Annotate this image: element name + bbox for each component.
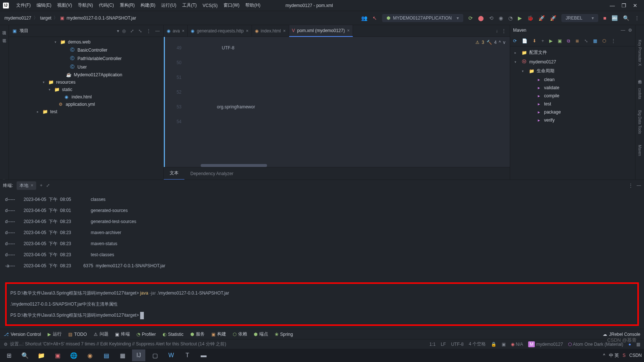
maven-skip-icon[interactable]: ≣: [575, 38, 579, 43]
search-icon[interactable]: 🔍: [623, 15, 629, 21]
maven-run-icon[interactable]: ▶: [549, 38, 553, 43]
editor-tab[interactable]: ◉generated-requests.http×: [188, 25, 252, 37]
rail-maven[interactable]: Maven: [638, 145, 642, 156]
maximize-icon[interactable]: ❐: [622, 3, 626, 8]
terminal-hide-icon[interactable]: —: [637, 183, 641, 188]
maven-execute-icon[interactable]: ▣: [558, 38, 562, 43]
translate-icon[interactable]: 🔤: [612, 15, 618, 21]
menu-build[interactable]: 构建(B): [138, 2, 158, 8]
run-config-selector[interactable]: ⬢ MYDEMO0127APPLICATION ▾: [382, 14, 463, 22]
menu-help[interactable]: 帮助(H): [242, 2, 263, 8]
breadcrumb-file[interactable]: mydemo0127-0.0.1-SNAPSHOT.jar: [66, 15, 136, 21]
close-icon[interactable]: ✕: [633, 3, 637, 8]
maven-item[interactable]: ▸compile: [510, 92, 635, 100]
editor-subtab-dependency[interactable]: Dependency Analyzer: [184, 167, 239, 180]
taskbar-app1[interactable]: ▣: [51, 349, 64, 361]
tray-icon[interactable]: ^: [603, 353, 605, 358]
tree-item[interactable]: ▾📁resources: [9, 79, 163, 86]
terminal-tab-local[interactable]: 本地×: [17, 181, 36, 190]
target-icon[interactable]: ◎: [122, 28, 126, 34]
expand-icon[interactable]: ⤢: [130, 28, 134, 34]
breadcrumb-folder[interactable]: target: [40, 15, 52, 21]
terminal-expand-icon[interactable]: ⤢: [46, 183, 50, 188]
maven-item[interactable]: ▸verify: [510, 116, 635, 124]
tool-spring[interactable]: ❀Spring: [275, 332, 293, 337]
maven-show-icon[interactable]: ▦: [593, 38, 597, 43]
taskbar-start[interactable]: ⊞: [2, 349, 15, 361]
taskbar-word[interactable]: W: [165, 349, 178, 361]
tree-item[interactable]: ▸📁test: [9, 108, 163, 115]
status-project[interactable]: M mydemo0127: [528, 342, 563, 347]
maven-add-icon[interactable]: +: [541, 38, 544, 43]
status-na[interactable]: ◉ N/A: [511, 342, 523, 347]
editor-tab[interactable]: Vpom.xml (mydemo0127)×: [289, 25, 353, 37]
taskbar-intellij[interactable]: IJ: [132, 349, 145, 361]
maven-item[interactable]: ▸📁配置文件: [510, 48, 635, 57]
git-icon[interactable]: ▣: [502, 342, 506, 347]
editor-subtab-text[interactable]: 文本: [164, 167, 184, 180]
menu-window[interactable]: 窗口(W): [221, 2, 242, 8]
sync-icon[interactable]: ⟳: [468, 15, 473, 21]
terminal-output[interactable]: d----- 2023-04-05 下午 08:05 classesd-----…: [0, 191, 644, 329]
taskbar-app3[interactable]: ▤: [100, 349, 113, 361]
lock-icon[interactable]: 🔒: [491, 342, 496, 347]
taskbar-explorer[interactable]: 📁: [35, 349, 48, 361]
rail-codota[interactable]: codota: [638, 88, 642, 99]
taskbar-app6[interactable]: T: [181, 349, 194, 361]
editor-code[interactable]: ⚠3 🔨4 ^ v UTF-8 org.springframewor: [187, 37, 510, 167]
tool-profiler[interactable]: ◔Profiler: [136, 332, 156, 337]
tree-item[interactable]: ⒸPathVariableController: [9, 54, 163, 63]
menu-view[interactable]: 视图(V): [54, 2, 75, 8]
maven-item[interactable]: ▾Ⓜmydemo0127: [510, 57, 635, 66]
menu-nav[interactable]: 导航(N): [75, 2, 96, 8]
maven-generate-icon[interactable]: 📄: [522, 38, 527, 43]
debug-icon[interactable]: 🐞: [527, 15, 533, 21]
tool-terminal[interactable]: ▣终端: [115, 331, 130, 337]
jrebel-run-icon[interactable]: 🚀: [539, 15, 545, 21]
rail-keypromoter[interactable]: Key Promoter X: [638, 40, 642, 66]
status-db-icon[interactable]: ▦: [636, 342, 640, 347]
menu-code[interactable]: 代码(C): [96, 2, 117, 8]
maven-more-icon[interactable]: ⋮: [611, 38, 616, 43]
rerun-icon[interactable]: ⟲: [489, 15, 494, 21]
tool-todo[interactable]: ▤TODO: [68, 332, 87, 337]
tree-item[interactable]: ⒸBasicController: [9, 46, 163, 54]
menu-file[interactable]: 文件(F): [13, 2, 34, 8]
tool-run[interactable]: ▶运行: [48, 331, 62, 337]
status-position[interactable]: 1:1: [429, 342, 436, 347]
inspections-widget[interactable]: ⚠3 🔨4 ^ v: [475, 40, 505, 45]
project-tree[interactable]: ▾📁demos.webⒸBasicControllerⒸPathVariable…: [9, 37, 163, 180]
tree-item[interactable]: ▾📁demos.web: [9, 38, 163, 46]
maven-download-icon[interactable]: ⬇: [533, 38, 536, 43]
profile-icon[interactable]: ◔: [508, 15, 513, 21]
users-icon[interactable]: 👥: [361, 15, 367, 21]
coverage-icon[interactable]: ◉: [499, 15, 503, 21]
breadcrumb-root[interactable]: mydemo0127: [4, 15, 31, 21]
back-icon[interactable]: ↖: [373, 15, 377, 21]
maven-toggle-icon[interactable]: ⧉: [567, 38, 570, 43]
terminal-more-icon[interactable]: ⋮: [629, 183, 633, 188]
maven-graph-icon[interactable]: ⬡: [602, 38, 606, 43]
tool-endpoints[interactable]: ⬢端点: [254, 331, 268, 337]
maven-collapse-icon[interactable]: ⤡: [584, 38, 588, 43]
taskbar-search[interactable]: 🔍: [18, 349, 32, 361]
jrebel-debug-icon[interactable]: 🚀: [550, 15, 556, 21]
tabs-dropdown-icon[interactable]: ↓: [496, 28, 498, 34]
maven-item[interactable]: ▾📁生命周期: [510, 66, 635, 76]
maven-gear-icon[interactable]: ⚙: [628, 28, 632, 33]
tool-statistic[interactable]: ◐Statistic: [163, 332, 184, 337]
tree-item[interactable]: ⒸUser: [9, 63, 163, 71]
maven-item[interactable]: ▸validate: [510, 84, 635, 92]
status-theme[interactable]: ⬡ Atom One Dark (Material): [568, 342, 623, 347]
maven-reload-icon[interactable]: ⟳: [513, 38, 517, 43]
status-dot-icon[interactable]: ●: [629, 342, 631, 347]
maven-item[interactable]: ▸clean: [510, 76, 635, 84]
tree-item[interactable]: ⚙application.yml: [9, 101, 163, 108]
status-encoding[interactable]: UTF-8: [451, 342, 464, 347]
tool-deps[interactable]: ⬡依赖: [233, 331, 247, 337]
menu-edit[interactable]: 编辑(E): [34, 2, 54, 8]
tool-vcs[interactable]: ⎇Version Control: [4, 332, 41, 337]
tree-item[interactable]: ☕Mydemo0127Application: [9, 71, 163, 79]
menu-vcs[interactable]: VCS(S): [200, 3, 221, 8]
tool-jrebel[interactable]: ☁JRebel Console: [603, 332, 640, 337]
